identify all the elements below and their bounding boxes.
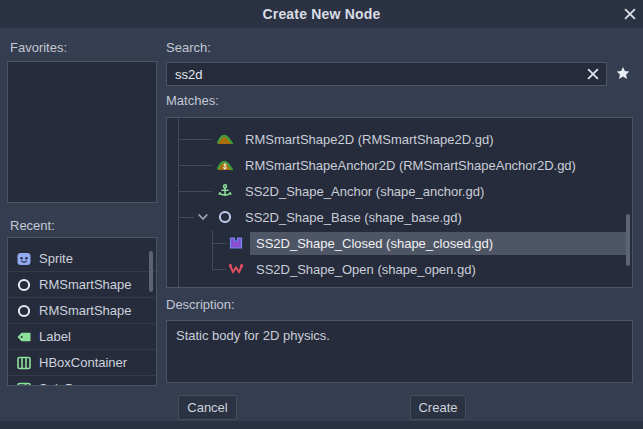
favorites-list[interactable] [7,61,157,203]
list-item[interactable]: RMSmartShape [8,298,156,324]
matches-tree[interactable]: RMSmartShape2D (RMSmartShape2D.gd)RMSmar… [166,117,633,288]
list-item[interactable]: Sprite [8,246,156,272]
shape-closed-icon [228,235,244,251]
create-button[interactable]: Create [410,395,466,420]
dialog-bottom-border [0,421,643,429]
cancel-button[interactable]: Cancel [178,395,237,420]
description-text: Static body for 2D physics. [176,328,330,343]
ring-icon [16,277,32,293]
tree-row[interactable]: SS2D_Shape_Closed (shape_closed.gd) [167,230,632,256]
close-icon [622,6,638,22]
item-label: SS2D_Shape_Open (shape_open.gd) [250,258,630,281]
create-new-node-dialog: Create New Node Favorites: Recent: Sprit… [0,0,643,429]
circle-icon [217,209,233,225]
tree-row[interactable]: SS2D_Shape_Anchor (shape_anchor.gd) [167,178,632,204]
search-input[interactable] [166,62,607,86]
favorite-toggle-button[interactable] [612,63,633,84]
dialog-titlebar: Create New Node [0,0,643,28]
favorites-label: Favorites: [10,40,67,55]
item-label: Sprite [39,251,73,266]
list-item[interactable]: HBoxContainer [8,350,156,376]
item-label: SpinBox [39,381,87,386]
matches-scrollbar[interactable] [626,214,630,266]
item-label: SS2D_Shape_Anchor (shape_anchor.gd) [239,180,630,203]
matches-label: Matches: [166,93,219,108]
terrain-anchor-icon [217,157,233,173]
tree-row[interactable]: RMSmartShapeAnchor2D (RMSmartShapeAnchor… [167,152,632,178]
sprite-icon [16,251,32,267]
shape-open-icon [228,261,244,277]
chevron-down-icon [195,209,211,225]
list-item[interactable]: Label [8,324,156,350]
item-label: RMSmartShape [39,277,131,292]
search-label: Search: [166,40,211,55]
clear-search-button[interactable] [584,66,602,82]
ring-icon [16,303,32,319]
item-label: HBoxContainer [39,355,127,370]
item-label: RMSmartShape [39,303,131,318]
recent-scrollbar[interactable] [149,251,153,292]
item-label: RMSmartShapeAnchor2D (RMSmartShapeAnchor… [239,154,630,177]
description-label: Description: [166,297,235,312]
star-icon [615,64,631,83]
item-label: SS2D_Shape_Closed (shape_closed.gd) [250,232,630,255]
item-label: RMSmartShape2D (RMSmartShape2D.gd) [239,128,630,151]
dialog-title: Create New Node [262,6,380,22]
item-label: Label [39,329,71,344]
list-item[interactable]: SpinBox [8,376,156,386]
recent-list[interactable]: SpriteRMSmartShapeRMSmartShapeLabelHBoxC… [7,237,157,386]
clear-icon [585,66,601,82]
tag-icon [16,329,32,345]
item-label: SS2D_Shape_Base (shape_base.gd) [239,206,630,229]
list-item[interactable]: RMSmartShape [8,272,156,298]
tree-row[interactable]: SS2D_Shape_Open (shape_open.gd) [167,256,632,282]
terrain-icon [217,131,233,147]
anchor-icon [217,183,233,199]
tree-row[interactable]: SS2D_Shape_Base (shape_base.gd) [167,204,632,230]
hbox-icon [16,355,32,371]
spinbox-icon [16,381,32,387]
recent-label: Recent: [10,218,55,233]
close-button[interactable] [620,4,640,24]
description-box: Static body for 2D physics. [166,320,633,383]
tree-row[interactable]: RMSmartShape2D (RMSmartShape2D.gd) [167,126,632,152]
